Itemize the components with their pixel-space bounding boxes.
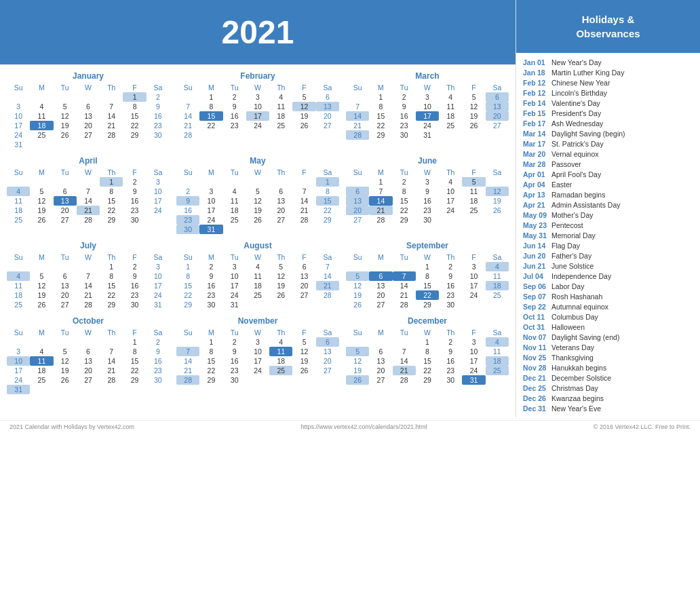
month-table-april: SuMTuWThFSa 1 2 3 4 5 6 bbox=[7, 168, 170, 225]
holiday-date: Oct 11 bbox=[523, 313, 551, 321]
holiday-name: Daylight Saving (begin) bbox=[551, 130, 625, 138]
holiday-date: Feb 17 bbox=[523, 119, 551, 128]
day-14: 14 bbox=[100, 111, 123, 121]
holiday-name: Father's Day bbox=[551, 252, 591, 260]
month-october: October SuMTuWThFSa 1 2 bbox=[7, 316, 170, 394]
holiday-item: Nov 11Veterans Day bbox=[523, 342, 693, 352]
day-21: 21 bbox=[100, 121, 123, 130]
dow-m: M bbox=[30, 83, 53, 92]
holiday-item: Nov 07Daylight Saving (end) bbox=[523, 332, 693, 342]
holiday-name: Pentecost bbox=[551, 221, 583, 229]
dow-tu: Tu bbox=[54, 83, 77, 92]
holiday-date: Feb 12 bbox=[523, 79, 551, 87]
holiday-item: Nov 28Hanukkah begins bbox=[523, 362, 693, 373]
holiday-date: May 09 bbox=[523, 211, 551, 219]
month-june: June SuMTuWThFSa 1 2 3 4 5 bbox=[346, 156, 509, 234]
holiday-name: April Fool's Day bbox=[551, 170, 601, 178]
holiday-date: Jun 14 bbox=[523, 242, 551, 250]
holiday-item: Jun 20Father's Day bbox=[523, 250, 693, 261]
day-28: 28 bbox=[100, 130, 123, 140]
holiday-name: President's Day bbox=[551, 109, 601, 117]
day-15: 15 bbox=[123, 111, 146, 121]
holiday-date: Jul 04 bbox=[523, 272, 551, 280]
day-empty bbox=[7, 92, 30, 102]
holiday-item: Apr 04Easter bbox=[523, 179, 693, 189]
holiday-item: Mar 14Daylight Saving (begin) bbox=[523, 128, 693, 138]
month-table-august: SuMTuWThFSa 1 2 3 4 5 6 7 8 9 10 bbox=[176, 252, 339, 309]
day-empty bbox=[100, 92, 123, 102]
holiday-name: June Solstice bbox=[551, 262, 594, 270]
month-title-may: May bbox=[176, 156, 339, 166]
holiday-name: Hanukkah begins bbox=[551, 364, 606, 372]
holiday-name: Kwanzaa begins bbox=[551, 394, 604, 402]
holiday-name: Lincoln's Birthday bbox=[551, 89, 607, 97]
holiday-name: Ash Wednesday bbox=[551, 119, 603, 128]
holiday-name: St. Patrick's Day bbox=[551, 140, 604, 148]
day-9: 9 bbox=[147, 102, 170, 111]
calendar-section: 2021 January Su M Tu W Th F Sa bbox=[0, 0, 516, 417]
holiday-name: Mother's Day bbox=[551, 211, 594, 219]
holiday-name: New Year's Day bbox=[551, 58, 602, 66]
holiday-item: Oct 31Halloween bbox=[523, 322, 693, 332]
holiday-date: Dec 25 bbox=[523, 384, 551, 392]
holiday-date: May 23 bbox=[523, 221, 551, 229]
holiday-name: Flag Day bbox=[551, 242, 580, 250]
year-header: 2021 bbox=[0, 0, 516, 64]
holiday-date: Jan 18 bbox=[523, 69, 551, 77]
holiday-name: Rosh Hashanah bbox=[551, 292, 602, 301]
footer-right: © 2016 Vertex42 LLC. Free to Print. bbox=[594, 423, 691, 430]
day-27: 27 bbox=[77, 130, 100, 140]
day-20: 20 bbox=[77, 121, 100, 130]
holiday-name: Halloween bbox=[551, 323, 585, 331]
holiday-date: Apr 21 bbox=[523, 201, 551, 209]
holiday-date: Nov 07 bbox=[523, 333, 551, 341]
holiday-item: Jun 21June Solstice bbox=[523, 261, 693, 271]
holiday-item: Feb 15President's Day bbox=[523, 108, 693, 118]
holiday-name: Daylight Saving (end) bbox=[551, 333, 619, 341]
holiday-date: Feb 12 bbox=[523, 89, 551, 97]
month-title-april: April bbox=[7, 156, 170, 166]
month-may: May SuMTuWThFSa 1 2 bbox=[176, 156, 339, 234]
day-30: 30 bbox=[147, 130, 170, 140]
day-4: 4 bbox=[30, 102, 53, 111]
holiday-name: Veterans Day bbox=[551, 343, 594, 352]
holiday-item: Apr 01April Fool's Day bbox=[523, 169, 693, 179]
holiday-date: Sep 22 bbox=[523, 303, 551, 311]
holiday-item: Feb 12Chinese New Year bbox=[523, 77, 693, 88]
day-3: 3 bbox=[7, 102, 30, 111]
day-19: 19 bbox=[54, 121, 77, 130]
holiday-item: Jan 01New Year's Day bbox=[523, 57, 693, 67]
month-title-march: March bbox=[346, 71, 509, 81]
holiday-date: Jan 01 bbox=[523, 58, 551, 66]
month-title-january: January bbox=[7, 71, 170, 81]
month-table-september: SuMTuWThFSa 1 2 3 4 5 6 7 bbox=[346, 252, 509, 309]
holiday-name: Labor Day bbox=[551, 282, 584, 290]
dow-sa: Sa bbox=[147, 83, 170, 92]
holiday-date: Sep 06 bbox=[523, 282, 551, 290]
holiday-name: Martin Luther King Day bbox=[551, 69, 624, 77]
holiday-name: Independence Day bbox=[551, 272, 611, 280]
holiday-date: Dec 26 bbox=[523, 394, 551, 402]
holiday-date: Dec 31 bbox=[523, 404, 551, 413]
day-10: 10 bbox=[7, 111, 30, 121]
sidebar-header: Holidays &Observances bbox=[516, 0, 700, 53]
holiday-date: Nov 11 bbox=[523, 343, 551, 352]
holidays-list: Jan 01New Year's DayJan 18Martin Luther … bbox=[516, 53, 700, 417]
month-table-may: SuMTuWThFSa 1 2 3 4 bbox=[176, 168, 339, 234]
sidebar-section: Holidays &Observances Jan 01New Year's D… bbox=[516, 0, 700, 417]
holiday-item: Jul 04Independence Day bbox=[523, 271, 693, 281]
day-empty bbox=[77, 92, 100, 102]
month-table-june: SuMTuWThFSa 1 2 3 4 5 6 7 8 bbox=[346, 168, 509, 225]
month-november: November SuMTuWThFSa 1 2 3 4 5 6 bbox=[176, 316, 339, 394]
month-title-july: July bbox=[7, 241, 170, 250]
day-empty bbox=[54, 92, 77, 102]
holiday-date: Dec 21 bbox=[523, 374, 551, 382]
month-september: September SuMTuWThFSa 1 2 3 4 bbox=[346, 241, 509, 309]
day-25: 25 bbox=[30, 130, 53, 140]
holiday-date: Feb 15 bbox=[523, 109, 551, 117]
holiday-date: Oct 31 bbox=[523, 323, 551, 331]
month-title-october: October bbox=[7, 316, 170, 326]
holiday-item: Nov 25Thanksgiving bbox=[523, 352, 693, 362]
day-empty bbox=[30, 92, 53, 102]
month-table-march: SuMTuWThFSa 1 2 3 4 5 6 7 8 9 bbox=[346, 83, 509, 140]
